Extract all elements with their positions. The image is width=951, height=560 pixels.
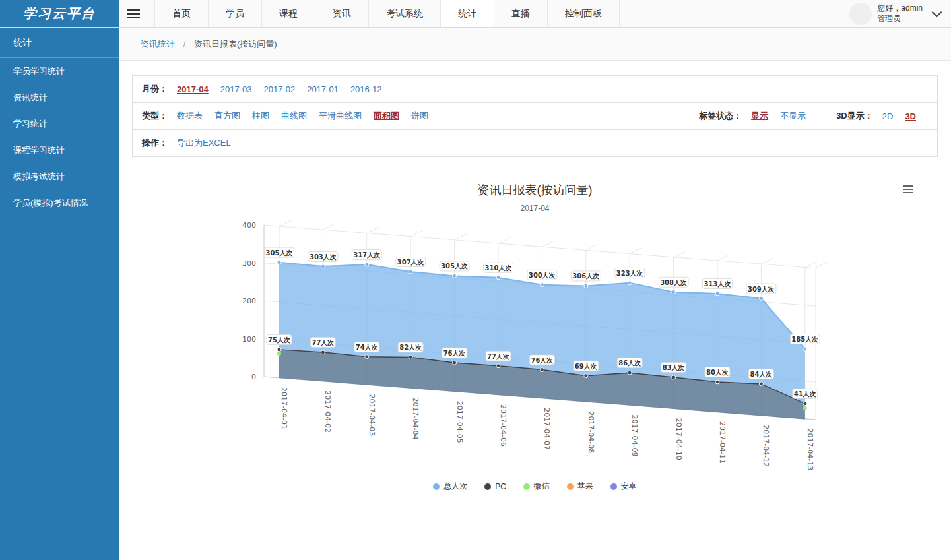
svg-text:307人次: 307人次 <box>397 259 424 266</box>
type-option-smooth-line[interactable]: 平滑曲线图 <box>319 110 362 122</box>
label-state-show[interactable]: 显示 <box>751 110 768 122</box>
sidebar-toggle-button[interactable] <box>119 0 148 27</box>
nav-item-exam-system[interactable]: 考试系统 <box>369 0 441 27</box>
sidebar-item-study-stats[interactable]: 学习统计 <box>0 111 119 137</box>
legend-item[interactable]: 总人次 <box>433 481 467 492</box>
action-label: 操作： <box>142 137 168 149</box>
svg-text:306人次: 306人次 <box>572 272 599 280</box>
svg-text:309人次: 309人次 <box>748 286 775 293</box>
svg-text:317人次: 317人次 <box>353 251 380 259</box>
display-options: 标签状态： 显示 不显示 3D显示： 2D 3D <box>680 110 928 122</box>
month-option-2017-03[interactable]: 2017-03 <box>220 84 252 94</box>
svg-text:2017-04-07: 2017-04-07 <box>542 408 551 450</box>
svg-text:2017-04-09: 2017-04-09 <box>630 415 639 457</box>
month-option-2017-04[interactable]: 2017-04 <box>177 84 209 94</box>
sidebar-item-course-study-stats[interactable]: 课程学习统计 <box>0 137 119 164</box>
type-option-line[interactable]: 曲线图 <box>281 110 307 122</box>
svg-text:69人次: 69人次 <box>575 363 597 370</box>
month-filter-row: 月份： 2017-04 2017-03 2017-02 2017-01 2016… <box>133 76 937 103</box>
chart-menu-button[interactable] <box>900 182 917 197</box>
legend-dot-icon <box>433 483 440 490</box>
nav-item-statistics[interactable]: 统计 <box>441 0 494 27</box>
chart-block: 资讯日报表(按访问量) 2017-04 0100200300400305人次30… <box>119 170 951 514</box>
month-option-2016-12[interactable]: 2016-12 <box>350 84 382 94</box>
area-chart-3d: 0100200300400305人次303人次317人次307人次305人次31… <box>119 214 951 480</box>
type-option-data-table[interactable]: 数据表 <box>177 110 203 122</box>
svg-text:75人次: 75人次 <box>268 336 290 344</box>
month-option-2017-01[interactable]: 2017-01 <box>307 84 339 94</box>
breadcrumb-current: 资讯日报表(按访问量) <box>194 39 277 49</box>
type-filter-label: 类型： <box>142 110 168 122</box>
dimension-label: 3D显示： <box>836 110 873 122</box>
label-state-hide[interactable]: 不显示 <box>780 110 806 122</box>
svg-text:77人次: 77人次 <box>312 339 334 346</box>
app-logo[interactable]: 学习云平台 <box>0 0 119 27</box>
sidebar-title: 统计 <box>0 28 119 58</box>
legend-dot-icon <box>484 483 491 490</box>
user-greeting: 您好，admin 管理员 <box>877 3 923 24</box>
breadcrumb-parent-link[interactable]: 资讯统计 <box>141 39 175 49</box>
svg-text:0: 0 <box>251 373 256 381</box>
legend-item[interactable]: 安卓 <box>610 481 637 492</box>
svg-text:308人次: 308人次 <box>660 279 687 286</box>
legend-label: 总人次 <box>443 481 467 492</box>
svg-text:100: 100 <box>242 335 256 344</box>
hamburger-icon <box>127 13 140 15</box>
nav-item-courses[interactable]: 课程 <box>262 0 315 27</box>
month-option-2017-02[interactable]: 2017-02 <box>263 84 295 94</box>
sidebar-item-student-study-stats[interactable]: 学员学习统计 <box>0 58 119 84</box>
dimension-option-2d[interactable]: 2D <box>882 111 894 121</box>
nav-item-news[interactable]: 资讯 <box>315 0 369 27</box>
user-role: 管理员 <box>877 14 923 24</box>
chevron-down-icon[interactable] <box>932 7 942 17</box>
label-state-label: 标签状态： <box>699 110 742 122</box>
legend-item[interactable]: 苹果 <box>567 481 593 492</box>
svg-text:76人次: 76人次 <box>443 350 466 357</box>
svg-text:76人次: 76人次 <box>531 357 553 364</box>
legend-item[interactable]: PC <box>484 481 506 492</box>
dimension-option-3d[interactable]: 3D <box>905 111 916 121</box>
avatar[interactable] <box>849 3 872 25</box>
month-filter-label: 月份： <box>142 83 168 95</box>
top-nav: 首页 学员 课程 资讯 考试系统 统计 直播 控制面板 <box>154 0 620 27</box>
nav-item-students[interactable]: 学员 <box>209 0 262 27</box>
nav-item-control-panel[interactable]: 控制面板 <box>548 0 620 27</box>
sidebar: 统计 学员学习统计 资讯统计 学习统计 课程学习统计 模拟考试统计 学员(模拟)… <box>0 28 119 514</box>
legend-dot-icon <box>610 483 617 490</box>
svg-text:74人次: 74人次 <box>356 344 378 351</box>
svg-text:2017-04-05: 2017-04-05 <box>455 401 464 443</box>
chart-legend: 总人次PC微信苹果安卓 <box>119 480 951 514</box>
svg-text:185人次: 185人次 <box>791 336 818 343</box>
user-greeting-line1: 您好，admin <box>877 3 923 14</box>
svg-text:305人次: 305人次 <box>441 263 468 270</box>
svg-text:305人次: 305人次 <box>266 249 293 257</box>
export-excel-link[interactable]: 导出为EXCEL <box>177 137 231 149</box>
svg-text:323人次: 323人次 <box>616 270 643 277</box>
svg-text:200: 200 <box>242 297 256 305</box>
svg-text:2017-04-10: 2017-04-10 <box>674 418 683 460</box>
sidebar-item-news-stats[interactable]: 资讯统计 <box>0 84 119 111</box>
legend-item[interactable]: 微信 <box>523 481 550 492</box>
svg-text:2017-04-03: 2017-04-03 <box>368 394 376 436</box>
legend-label: PC <box>495 482 506 491</box>
type-option-pie[interactable]: 饼图 <box>411 110 428 122</box>
legend-label: 苹果 <box>577 481 593 492</box>
sidebar-item-student-mock-exam-status[interactable]: 学员(模拟)考试情况 <box>0 190 119 216</box>
type-option-area[interactable]: 面积图 <box>374 110 399 122</box>
type-option-bar[interactable]: 柱图 <box>252 110 269 122</box>
type-option-histogram[interactable]: 直方图 <box>214 110 240 122</box>
nav-item-home[interactable]: 首页 <box>155 0 209 27</box>
main-content: 资讯统计 / 资讯日报表(按访问量) 月份： 2017-04 2017-03 2… <box>119 0 951 514</box>
legend-dot-icon <box>523 483 530 490</box>
breadcrumb: 资讯统计 / 资讯日报表(按访问量) <box>119 28 951 61</box>
svg-text:86人次: 86人次 <box>618 359 641 367</box>
topbar: 学习云平台 首页 学员 课程 资讯 考试系统 统计 直播 控制面板 您好，adm… <box>0 0 951 28</box>
svg-text:310人次: 310人次 <box>485 264 512 272</box>
svg-text:303人次: 303人次 <box>310 253 337 261</box>
breadcrumb-separator: / <box>183 39 186 49</box>
svg-text:2017-04-08: 2017-04-08 <box>587 411 595 453</box>
filter-panel: 月份： 2017-04 2017-03 2017-02 2017-01 2016… <box>132 75 938 157</box>
nav-item-live[interactable]: 直播 <box>494 0 548 27</box>
sidebar-item-mock-exam-stats[interactable]: 模拟考试统计 <box>0 164 119 190</box>
svg-text:2017-04-04: 2017-04-04 <box>411 398 420 440</box>
